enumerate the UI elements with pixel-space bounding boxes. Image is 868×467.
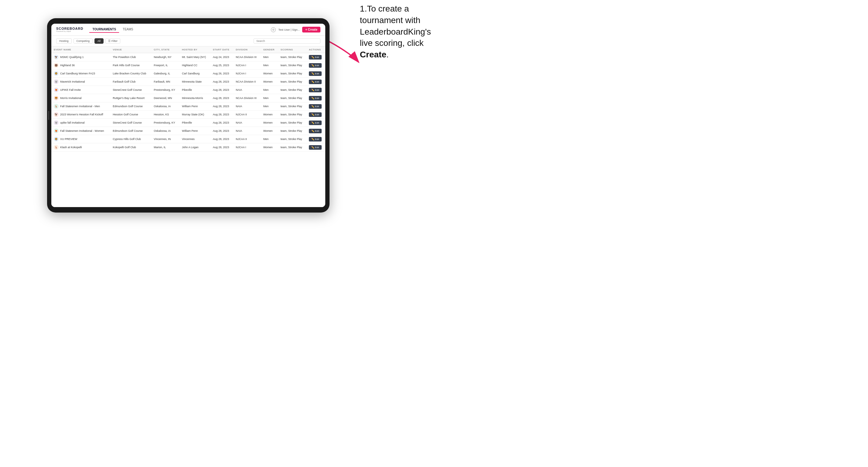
cell-actions: ✏️ Edit [306, 135, 325, 143]
cell-actions: ✏️ Edit [306, 86, 325, 94]
col-division: DIVISION [233, 46, 261, 53]
event-name-label: UPIKE Fall Invite [60, 88, 81, 91]
cell-hosted-by: Murray State (OK) [180, 111, 211, 119]
cell-actions: ✏️ Edit [306, 143, 325, 152]
cell-actions: ✏️ Edit [306, 53, 325, 61]
edit-icon: ✏️ [311, 56, 314, 59]
edit-button[interactable]: ✏️ Edit [309, 137, 322, 142]
cell-division: NJCAA I [233, 143, 261, 152]
edit-button[interactable]: ✏️ Edit [309, 80, 322, 84]
cell-city: Newburgh, NY [151, 53, 180, 61]
event-icon: 🦊 [54, 88, 59, 92]
edit-button[interactable]: ✏️ Edit [309, 121, 322, 125]
tab-all[interactable]: All [94, 38, 103, 44]
edit-button[interactable]: ✏️ Edit [309, 145, 322, 150]
cell-division: NCAA Division II [233, 78, 261, 86]
tab-competing[interactable]: Competing [73, 38, 93, 44]
cell-event-name: 🦊 UPIKE Fall Invite [51, 86, 110, 94]
cell-city: Vincennes, IN [151, 135, 180, 143]
cell-division: NAIA [233, 86, 261, 94]
cell-event-name: 🐻 Highland 36 [51, 61, 110, 69]
create-button[interactable]: + Create [302, 27, 320, 32]
edit-icon: ✏️ [311, 89, 314, 91]
cell-actions: ✏️ Edit [306, 127, 325, 135]
event-icon: 🦊 [54, 128, 59, 133]
cell-event-name: 🦌 Klash at Kokopelli [51, 143, 110, 152]
table-header-row: EVENT NAME VENUE CITY, STATE HOSTED BY S… [51, 46, 325, 53]
cell-scoring: team, Stroke Play [278, 94, 306, 102]
cell-city: Oskaloosa, IA [151, 127, 180, 135]
side-button [48, 111, 49, 120]
cell-venue: Edmundson Golf Course [110, 102, 151, 111]
nav-links: TOURNAMENTS TEAMS [89, 26, 271, 33]
col-venue: VENUE [110, 46, 151, 53]
cell-venue: Hesston Golf Course [110, 111, 151, 119]
gear-icon[interactable]: ⚙ [271, 27, 276, 32]
table-row: 🦁 Carl Sandburg Women FA23 Lake Bracken … [51, 69, 325, 78]
nav-right: ⚙ Test User | Sign... + Create [271, 27, 320, 32]
event-icon: 🦅 [54, 112, 59, 117]
event-name-label: Klash at Kokopelli [60, 146, 82, 149]
cell-start-date: Aug 28, 2023 [211, 102, 233, 111]
nav-tournaments[interactable]: TOURNAMENTS [89, 26, 119, 33]
filter-icon: ☰ [108, 39, 111, 42]
cell-event-name: 🐺 Maverick Invitational [51, 78, 110, 86]
cell-event-name: 🦁 VU PREVIEW [51, 135, 110, 143]
cell-actions: ✏️ Edit [306, 69, 325, 78]
nav-teams[interactable]: TEAMS [120, 26, 136, 33]
cell-hosted-by: William Penn [180, 102, 211, 111]
cell-start-date: Aug 26, 2023 [211, 69, 233, 78]
filter-button[interactable]: ☰ Filter [105, 38, 120, 44]
event-icon: 🦌 [54, 145, 59, 150]
cell-event-name: 🐺 upike fall invitational [51, 119, 110, 127]
cell-scoring: team, Stroke Play [278, 69, 306, 78]
tab-hosting[interactable]: Hosting [56, 38, 72, 44]
event-name-label: 2023 Women's Hesston Fall Kickoff [60, 113, 103, 116]
edit-button[interactable]: ✏️ Edit [309, 96, 322, 100]
cell-gender: Men [261, 102, 278, 111]
cell-gender: Women [261, 111, 278, 119]
edit-button[interactable]: ✏️ Edit [309, 71, 322, 76]
cell-hosted-by: Mt. Saint Mary (NY) [180, 53, 211, 61]
cell-city: Prestonsburg, KY [151, 119, 180, 127]
table-body: 🦅 MSMC Qualifying 1 The Powelton Club Ne… [51, 53, 325, 152]
cell-division: NAIA [233, 119, 261, 127]
edit-button[interactable]: ✏️ Edit [309, 129, 322, 133]
edit-icon: ✏️ [311, 97, 314, 100]
cell-scoring: team, Stroke Play [278, 102, 306, 111]
tablet-screen: SCOREBOARD Powered by clippit TOURNAMENT… [51, 24, 325, 207]
edit-button[interactable]: ✏️ Edit [309, 55, 322, 60]
user-label: Test User | Sign... [278, 28, 300, 31]
cell-start-date: Aug 28, 2023 [211, 78, 233, 86]
cell-division: NJCAA I [233, 61, 261, 69]
tablet-frame: SCOREBOARD Powered by clippit TOURNAMENT… [47, 18, 330, 213]
table-row: 🐯 Morris Invitational Ruttger's Bay Lake… [51, 94, 325, 102]
cell-start-date: Aug 28, 2023 [211, 127, 233, 135]
cell-event-name: 🦅 MSMC Qualifying 1 [51, 53, 110, 61]
cell-venue: Cypress Hills Golf Club [110, 135, 151, 143]
cell-event-name: 🐯 Morris Invitational [51, 94, 110, 102]
edit-button[interactable]: ✏️ Edit [309, 88, 322, 92]
event-icon: 🦁 [54, 71, 59, 76]
cell-actions: ✏️ Edit [306, 94, 325, 102]
edit-icon: ✏️ [311, 64, 314, 67]
cell-venue: Faribault Golf Club [110, 78, 151, 86]
cell-scoring: team, Stroke Play [278, 127, 306, 135]
cell-scoring: team, Stroke Play [278, 143, 306, 152]
search-input[interactable] [254, 38, 320, 44]
edit-icon: ✏️ [311, 146, 314, 149]
cell-venue: The Powelton Club [110, 53, 151, 61]
cell-scoring: team, Stroke Play [278, 135, 306, 143]
event-name-label: Carl Sandburg Women FA23 [60, 72, 95, 75]
edit-button[interactable]: ✏️ Edit [309, 112, 322, 117]
cell-venue: Park Hills Golf Course [110, 61, 151, 69]
edit-button[interactable]: ✏️ Edit [309, 104, 322, 109]
edit-button[interactable]: ✏️ Edit [309, 63, 322, 68]
annotation-create-word: Create [360, 50, 386, 59]
table-row: 🐺 Maverick Invitational Faribault Golf C… [51, 78, 325, 86]
cell-gender: Women [261, 143, 278, 152]
cell-division: NJCAA II [233, 135, 261, 143]
top-nav: SCOREBOARD Powered by clippit TOURNAMENT… [51, 24, 325, 36]
table-row: 🦌 Fall Statesmen Invitational - Men Edmu… [51, 102, 325, 111]
cell-start-date: Aug 24, 2023 [211, 53, 233, 61]
